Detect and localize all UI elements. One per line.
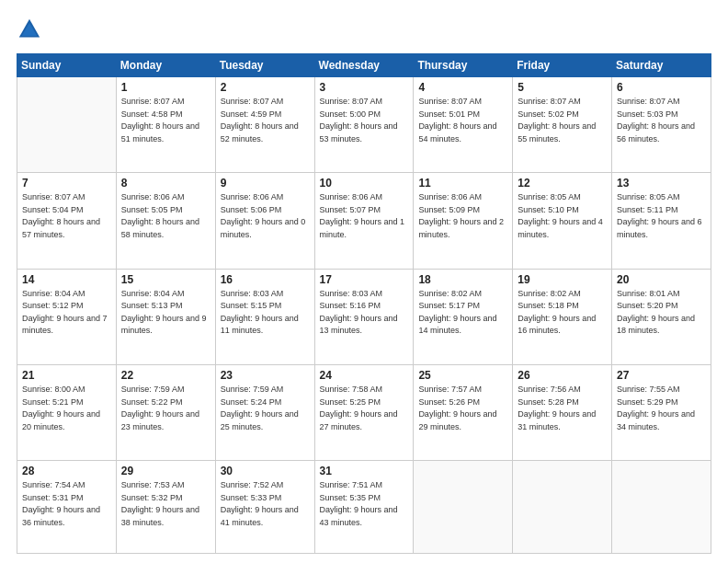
- daylight-text: Daylight: 9 hours and 0 minutes.: [221, 217, 306, 239]
- day-number: 22: [121, 369, 210, 382]
- day-info: Sunrise: 8:07 AM Sunset: 5:03 PM Dayligh…: [617, 96, 706, 145]
- sunset-text: Sunset: 5:03 PM: [617, 109, 678, 119]
- page: SundayMondayTuesdayWednesdayThursdayFrid…: [0, 0, 728, 563]
- daylight-text: Daylight: 9 hours and 34 minutes.: [617, 409, 695, 431]
- day-info: Sunrise: 8:04 AM Sunset: 5:12 PM Dayligh…: [22, 288, 111, 338]
- day-number: 8: [121, 177, 210, 190]
- logo: [17, 17, 46, 42]
- sunset-text: Sunset: 5:12 PM: [22, 301, 84, 310]
- sunrise-text: Sunrise: 8:06 AM: [221, 192, 284, 201]
- sunrise-text: Sunrise: 7:55 AM: [617, 385, 680, 394]
- daylight-text: Daylight: 9 hours and 9 minutes.: [121, 314, 207, 336]
- day-number: 21: [22, 369, 111, 382]
- sunset-text: Sunset: 5:25 PM: [320, 397, 381, 407]
- daylight-text: Daylight: 9 hours and 2 minutes.: [418, 217, 504, 239]
- sunset-text: Sunset: 5:22 PM: [121, 397, 183, 407]
- day-info: Sunrise: 8:06 AM Sunset: 5:06 PM Dayligh…: [221, 191, 310, 241]
- sunrise-text: Sunrise: 8:07 AM: [418, 97, 482, 106]
- day-number: 10: [320, 177, 409, 190]
- day-info: Sunrise: 8:02 AM Sunset: 5:17 PM Dayligh…: [418, 288, 507, 338]
- sunrise-text: Sunrise: 8:07 AM: [320, 97, 383, 106]
- sunrise-text: Sunrise: 8:05 AM: [617, 192, 680, 201]
- day-info: Sunrise: 8:04 AM Sunset: 5:13 PM Dayligh…: [121, 288, 210, 338]
- sunset-text: Sunset: 5:32 PM: [121, 493, 183, 502]
- calendar-cell: 6 Sunrise: 8:07 AM Sunset: 5:03 PM Dayli…: [612, 77, 711, 173]
- sunset-text: Sunset: 5:05 PM: [121, 205, 183, 214]
- daylight-text: Daylight: 9 hours and 27 minutes.: [320, 409, 398, 431]
- sunrise-text: Sunrise: 8:06 AM: [418, 192, 482, 201]
- sunrise-text: Sunrise: 7:51 AM: [320, 480, 383, 489]
- day-info: Sunrise: 7:59 AM Sunset: 5:24 PM Dayligh…: [221, 384, 310, 433]
- daylight-text: Daylight: 8 hours and 53 minutes.: [320, 121, 398, 144]
- calendar-cell: [513, 461, 612, 554]
- daylight-text: Daylight: 9 hours and 20 minutes.: [22, 409, 100, 431]
- sunset-text: Sunset: 5:17 PM: [418, 301, 480, 310]
- sunset-text: Sunset: 5:02 PM: [518, 109, 579, 119]
- calendar-cell: 23 Sunrise: 7:59 AM Sunset: 5:24 PM Dayl…: [215, 365, 314, 461]
- calendar-cell: 2 Sunrise: 8:07 AM Sunset: 4:59 PM Dayli…: [215, 77, 314, 173]
- daylight-text: Daylight: 9 hours and 41 minutes.: [221, 505, 299, 527]
- calendar-cell: 28 Sunrise: 7:54 AM Sunset: 5:31 PM Dayl…: [17, 461, 117, 554]
- weekday-header-wednesday: Wednesday: [314, 54, 414, 77]
- calendar-week-row: 14 Sunrise: 8:04 AM Sunset: 5:12 PM Dayl…: [17, 269, 711, 364]
- daylight-text: Daylight: 9 hours and 29 minutes.: [418, 409, 496, 431]
- sunrise-text: Sunrise: 7:59 AM: [221, 385, 284, 394]
- daylight-text: Daylight: 8 hours and 56 minutes.: [617, 121, 695, 144]
- calendar-cell: 1 Sunrise: 8:07 AM Sunset: 4:58 PM Dayli…: [116, 77, 215, 173]
- calendar-cell: 19 Sunrise: 8:02 AM Sunset: 5:18 PM Dayl…: [513, 269, 612, 364]
- daylight-text: Daylight: 9 hours and 1 minute.: [320, 217, 405, 239]
- sunrise-text: Sunrise: 8:02 AM: [418, 289, 482, 298]
- day-number: 2: [221, 81, 310, 94]
- weekday-header-monday: Monday: [116, 54, 215, 77]
- sunrise-text: Sunrise: 8:07 AM: [617, 97, 680, 106]
- day-info: Sunrise: 7:54 AM Sunset: 5:31 PM Dayligh…: [22, 479, 111, 529]
- sunset-text: Sunset: 5:28 PM: [518, 397, 579, 407]
- day-info: Sunrise: 7:51 AM Sunset: 5:35 PM Dayligh…: [320, 479, 409, 529]
- day-number: 9: [221, 177, 310, 190]
- day-number: 14: [22, 273, 111, 286]
- sunrise-text: Sunrise: 8:05 AM: [518, 192, 581, 201]
- calendar-week-row: 7 Sunrise: 8:07 AM Sunset: 5:04 PM Dayli…: [17, 173, 711, 269]
- daylight-text: Daylight: 9 hours and 14 minutes.: [418, 314, 496, 336]
- sunrise-text: Sunrise: 7:56 AM: [518, 385, 581, 394]
- weekday-header-saturday: Saturday: [612, 54, 711, 77]
- sunrise-text: Sunrise: 8:07 AM: [22, 192, 85, 201]
- daylight-text: Daylight: 9 hours and 4 minutes.: [518, 217, 603, 239]
- sunset-text: Sunset: 5:01 PM: [418, 109, 480, 119]
- calendar-cell: 21 Sunrise: 8:00 AM Sunset: 5:21 PM Dayl…: [17, 365, 117, 461]
- day-info: Sunrise: 8:05 AM Sunset: 5:10 PM Dayligh…: [518, 191, 607, 241]
- calendar-cell: 22 Sunrise: 7:59 AM Sunset: 5:22 PM Dayl…: [116, 365, 215, 461]
- daylight-text: Daylight: 9 hours and 25 minutes.: [221, 409, 299, 431]
- day-number: 4: [418, 81, 507, 94]
- sunset-text: Sunset: 5:16 PM: [320, 301, 381, 310]
- sunrise-text: Sunrise: 7:53 AM: [121, 480, 185, 489]
- day-info: Sunrise: 7:57 AM Sunset: 5:26 PM Dayligh…: [418, 384, 507, 433]
- calendar-cell: 26 Sunrise: 7:56 AM Sunset: 5:28 PM Dayl…: [513, 365, 612, 461]
- calendar-cell: 31 Sunrise: 7:51 AM Sunset: 5:35 PM Dayl…: [314, 461, 414, 554]
- day-info: Sunrise: 8:05 AM Sunset: 5:11 PM Dayligh…: [617, 191, 706, 241]
- weekday-header-sunday: Sunday: [17, 54, 117, 77]
- daylight-text: Daylight: 9 hours and 7 minutes.: [22, 314, 108, 336]
- sunset-text: Sunset: 5:10 PM: [518, 205, 579, 214]
- logo-icon: [17, 17, 42, 42]
- sunrise-text: Sunrise: 8:00 AM: [22, 385, 85, 394]
- day-info: Sunrise: 7:59 AM Sunset: 5:22 PM Dayligh…: [121, 384, 210, 433]
- day-number: 11: [418, 177, 507, 190]
- day-number: 29: [121, 465, 210, 477]
- calendar-cell: 18 Sunrise: 8:02 AM Sunset: 5:17 PM Dayl…: [414, 269, 513, 364]
- calendar-cell: 13 Sunrise: 8:05 AM Sunset: 5:11 PM Dayl…: [612, 173, 711, 269]
- calendar-table: SundayMondayTuesdayWednesdayThursdayFrid…: [17, 53, 711, 554]
- sunrise-text: Sunrise: 8:01 AM: [617, 289, 680, 298]
- sunset-text: Sunset: 4:59 PM: [221, 109, 282, 119]
- day-number: 18: [418, 273, 507, 286]
- calendar-cell: 25 Sunrise: 7:57 AM Sunset: 5:26 PM Dayl…: [414, 365, 513, 461]
- daylight-text: Daylight: 9 hours and 43 minutes.: [320, 505, 398, 527]
- day-info: Sunrise: 8:00 AM Sunset: 5:21 PM Dayligh…: [22, 384, 111, 433]
- daylight-text: Daylight: 9 hours and 6 minutes.: [617, 217, 702, 239]
- daylight-text: Daylight: 9 hours and 18 minutes.: [617, 314, 695, 336]
- day-info: Sunrise: 8:07 AM Sunset: 5:04 PM Dayligh…: [22, 191, 111, 241]
- day-info: Sunrise: 7:52 AM Sunset: 5:33 PM Dayligh…: [221, 479, 310, 529]
- sunset-text: Sunset: 5:20 PM: [617, 301, 678, 310]
- sunset-text: Sunset: 5:33 PM: [221, 493, 282, 502]
- day-number: 12: [518, 177, 607, 190]
